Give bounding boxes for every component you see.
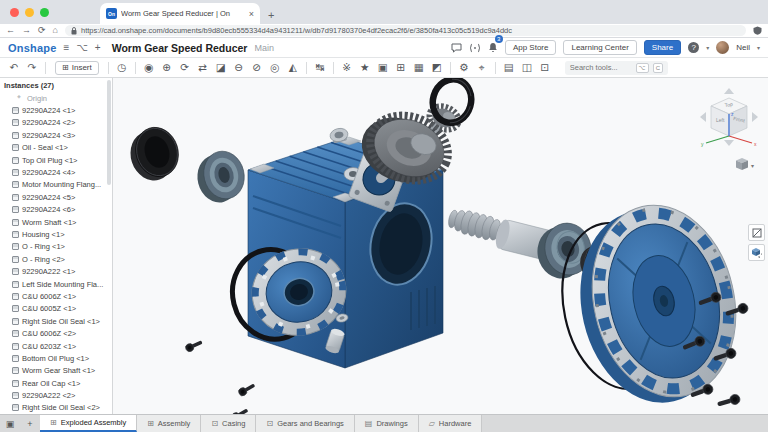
back-icon[interactable]: ←: [6, 26, 15, 35]
help-caret-icon[interactable]: ▾: [706, 44, 709, 51]
section-view-button[interactable]: [748, 224, 765, 241]
instance-left-side-mounting-fla[interactable]: Left Side Mounting Fla...: [0, 278, 112, 290]
close-window-button[interactable]: [10, 8, 19, 17]
redo-icon[interactable]: ↷: [24, 62, 40, 73]
toolbar-pattern[interactable]: ▦: [411, 62, 427, 73]
panel-scrollbar[interactable]: [107, 80, 111, 185]
instance-right-side-oil-seal-1[interactable]: Right Side Oil Seal <1>: [0, 315, 112, 327]
onshape-logo[interactable]: Onshape: [8, 42, 56, 54]
versions-icon[interactable]: ⌥: [76, 43, 88, 53]
search-tools-input[interactable]: [570, 63, 632, 72]
toolbar-cylindrical-mate[interactable]: ⊖: [231, 62, 247, 73]
toolbar-slider-mate[interactable]: ⇄: [195, 62, 211, 73]
toolbar-replicate[interactable]: ⊞: [393, 62, 409, 73]
notifications-button[interactable]: 3: [488, 39, 498, 57]
tab-exploded-assembly[interactable]: ⊞ Exploded Assembly: [40, 415, 137, 432]
minimize-window-button[interactable]: [25, 8, 34, 17]
close-tab-icon[interactable]: ×: [249, 9, 254, 19]
rotate-up-arrow[interactable]: [724, 88, 734, 94]
tab-casing[interactable]: ⊡ Casing: [201, 415, 256, 432]
toolbar-planar-mate[interactable]: ◪: [213, 62, 229, 73]
rotate-left-arrow[interactable]: [700, 112, 706, 122]
instance-c-u-6006z-2[interactable]: C&U 6006Z <2>: [0, 327, 112, 339]
app-store-button[interactable]: App Store: [505, 40, 557, 55]
instance-92290a222-1[interactable]: 92290A222 <1>: [0, 265, 112, 277]
tab-drawings[interactable]: ▤ Drawings: [355, 415, 419, 432]
toolbar-ball-mate[interactable]: ◎: [267, 62, 283, 73]
instance-housing-1[interactable]: Housing <1>: [0, 228, 112, 240]
toolbar-bom-table[interactable]: ▤: [501, 62, 517, 73]
instance-c-u-6006z-1[interactable]: C&U 6006Z <1>: [0, 290, 112, 302]
forward-icon[interactable]: →: [22, 26, 31, 35]
tab-assembly[interactable]: ⊞ Assembly: [137, 415, 201, 432]
toolbar-sep[interactable]: [306, 62, 307, 74]
add-tab-icon[interactable]: +: [20, 415, 40, 432]
browser-tab[interactable]: On Worm Gear Speed Reducer | On ×: [100, 3, 260, 24]
toolbar-sep[interactable]: [450, 62, 451, 74]
instance-oil-seal-1[interactable]: Oil - Seal <1>: [0, 142, 112, 154]
toolbar-explode[interactable]: ※: [339, 62, 355, 73]
toolbar-section-view[interactable]: ◫: [519, 62, 535, 73]
manage-tabs-icon[interactable]: ▣: [0, 415, 20, 432]
share-button[interactable]: Share: [644, 40, 681, 55]
undo-icon[interactable]: ↶: [6, 62, 22, 73]
toolbar-mate[interactable]: ◉: [141, 62, 157, 73]
instance-bottom-oil-plug-1[interactable]: Bottom Oil Plug <1>: [0, 352, 112, 364]
follow-icon[interactable]: +: [95, 43, 101, 53]
instance-origin[interactable]: Origin: [0, 92, 112, 104]
instance-worm-shaft-1[interactable]: Worm Shaft <1>: [0, 216, 112, 228]
instance-top-oil-plug-1[interactable]: Top Oil Plug <1>: [0, 154, 112, 166]
toolbar-measure[interactable]: ⌖: [474, 62, 490, 73]
toolbar-appearance[interactable]: ◩: [429, 62, 445, 73]
rotate-down-arrow[interactable]: [724, 140, 734, 146]
main-menu-icon[interactable]: ≡: [63, 43, 69, 53]
new-tab-button[interactable]: +: [268, 9, 274, 21]
instance-92290a224-5[interactable]: 92290A224 <5>: [0, 191, 112, 203]
instance-92290a224-2[interactable]: 92290A224 <2>: [0, 117, 112, 129]
instance-c-u-6203z-1[interactable]: C&U 6203Z <1>: [0, 340, 112, 352]
insert-button[interactable]: ⊞ Insert: [55, 61, 99, 75]
instance-c-u-6005z-1[interactable]: C&U 6005Z <1>: [0, 303, 112, 315]
instance-o-ring-1[interactable]: O - Ring <1>: [0, 241, 112, 253]
instance-o-ring-2[interactable]: O - Ring <2>: [0, 253, 112, 265]
zoom-window-button[interactable]: [40, 8, 49, 17]
extension-icon[interactable]: [753, 26, 762, 35]
instance-92290a224-6[interactable]: 92290A224 <6>: [0, 204, 112, 216]
view-menu-button[interactable]: ▾: [736, 158, 754, 170]
instance-rear-oil-cap-1[interactable]: Rear Oil Cap <1>: [0, 377, 112, 389]
toolbar-sep[interactable]: [495, 62, 496, 74]
toolbar-history[interactable]: ◷: [114, 62, 130, 73]
instance-92290a224-4[interactable]: 92290A224 <4>: [0, 166, 112, 178]
toolbar-named-views[interactable]: ★: [357, 62, 373, 73]
toolbar-revolute-mate[interactable]: ⟳: [177, 62, 193, 73]
instance-92290a224-3[interactable]: 92290A224 <3>: [0, 129, 112, 141]
rotate-right-arrow[interactable]: [752, 112, 758, 122]
toolbar-mate-relations[interactable]: ↹: [312, 62, 328, 73]
tab-hardware[interactable]: ▱ Hardware: [419, 415, 483, 432]
home-icon[interactable]: ⌂: [53, 26, 58, 35]
user-avatar[interactable]: [716, 41, 729, 54]
toolbar-assembly-features[interactable]: ⚙: [456, 62, 472, 73]
exploded-assembly-scene[interactable]: [113, 78, 768, 414]
toolbar-sep[interactable]: [135, 62, 136, 74]
user-caret-icon[interactable]: ▾: [757, 44, 760, 51]
instance-92290a222-2[interactable]: 92290A222 <2>: [0, 389, 112, 401]
render-mode-button[interactable]: [748, 244, 765, 261]
address-bar[interactable]: https://cad.onshape.com/documents/b9d80e…: [65, 25, 746, 36]
instance-motor-mounting-flang[interactable]: Motor Mounting Flang...: [0, 179, 112, 191]
feature-script-icon[interactable]: [469, 43, 481, 53]
instance-right-side-oil-seal-2[interactable]: Right Side Oil Seal <2>: [0, 402, 112, 414]
3d-viewport[interactable]: Left Front Top x y z ▾: [113, 78, 768, 414]
comments-icon[interactable]: [451, 43, 462, 53]
toolbar-sep[interactable]: [333, 62, 334, 74]
toolbar-pin-slot-mate[interactable]: ⊘: [249, 62, 265, 73]
tab-gears-and-bearings[interactable]: ⊡ Gears and Bearings: [256, 415, 354, 432]
view-cube[interactable]: Left Front Top x y z ▾: [696, 86, 762, 174]
help-button[interactable]: ?: [688, 42, 699, 53]
toolbar-group[interactable]: ▣: [375, 62, 391, 73]
toolbar-fastened-mate[interactable]: ⊕: [159, 62, 175, 73]
toolbar-snapshot[interactable]: ⊡: [537, 62, 553, 73]
learning-center-button[interactable]: Learning Center: [563, 40, 636, 55]
instance-worm-gear-shaft-1[interactable]: Worm Gear Shaft <1>: [0, 365, 112, 377]
toolbar-tangent-mate[interactable]: ◭: [285, 62, 301, 73]
